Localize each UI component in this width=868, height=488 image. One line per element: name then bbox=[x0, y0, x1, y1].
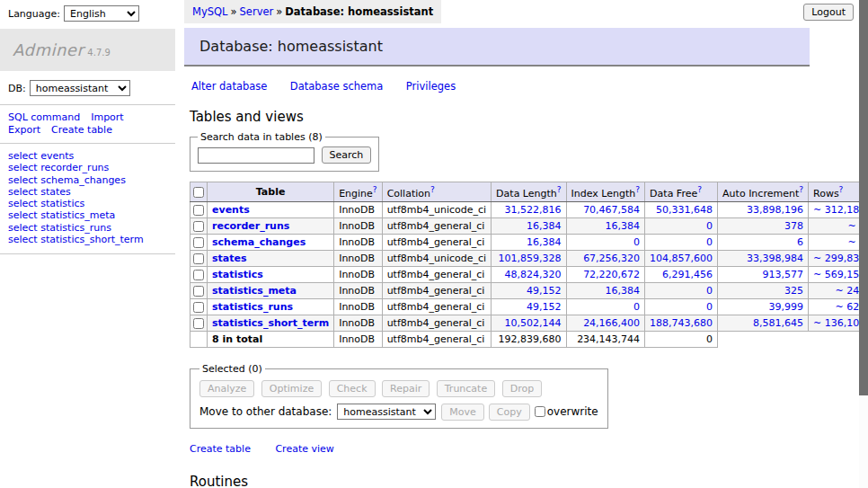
truncate-button[interactable]: Truncate bbox=[437, 380, 495, 397]
column-help-link[interactable]: ? bbox=[373, 185, 377, 194]
table-name-link[interactable]: statistics bbox=[212, 269, 263, 280]
auto-increment-cell[interactable]: 913,577 bbox=[718, 266, 809, 282]
index-length-cell[interactable]: 16,384 bbox=[566, 282, 645, 298]
row-checkbox[interactable] bbox=[193, 253, 204, 264]
column-help-link[interactable]: ? bbox=[430, 185, 435, 194]
column-header-collation: Collation? bbox=[382, 182, 491, 202]
collation-cell: utf8mb4_general_ci bbox=[382, 298, 491, 315]
row-checkbox[interactable] bbox=[193, 237, 204, 248]
table-name-link[interactable]: states bbox=[212, 253, 247, 264]
column-help-link[interactable]: ? bbox=[697, 185, 702, 194]
db-row: DB:homeassistant bbox=[0, 71, 175, 104]
export-link[interactable]: Export bbox=[8, 124, 40, 136]
data-free-cell[interactable]: 0 bbox=[645, 234, 718, 250]
optimize-button[interactable]: Optimize bbox=[261, 380, 322, 397]
data-length-cell[interactable]: 48,824,320 bbox=[492, 266, 566, 282]
table-name-link[interactable]: statistics_short_term bbox=[212, 317, 329, 329]
move-button[interactable]: Move bbox=[441, 404, 484, 421]
data-free-cell[interactable]: 6,291,456 bbox=[645, 266, 718, 282]
index-length-cell[interactable]: 0 bbox=[566, 298, 645, 315]
search-button[interactable]: Search bbox=[322, 146, 372, 164]
move-db-select[interactable]: homeassistant bbox=[337, 404, 436, 420]
data-length-cell[interactable]: 16,384 bbox=[492, 234, 566, 250]
data-free-cell[interactable]: 0 bbox=[645, 298, 718, 315]
analyze-button[interactable]: Analyze bbox=[199, 380, 254, 397]
table-name-cell: recorder_runs bbox=[208, 217, 334, 234]
sidebar-select-link[interactable]: select schema_changes bbox=[8, 174, 175, 186]
alter-database-link[interactable]: Alter database bbox=[191, 80, 267, 93]
auto-increment-cell[interactable]: 33,898,196 bbox=[718, 201, 809, 217]
repair-button[interactable]: Repair bbox=[382, 380, 430, 397]
data-free-cell[interactable]: 0 bbox=[645, 282, 718, 298]
column-help-link[interactable]: ? bbox=[839, 185, 844, 194]
auto-increment-cell[interactable]: 8,581,645 bbox=[718, 315, 809, 331]
sql-command-link[interactable]: SQL command bbox=[8, 111, 80, 123]
data-length-cell[interactable]: 101,859,328 bbox=[492, 250, 566, 266]
sidebar-select-link[interactable]: select statistics_runs bbox=[8, 222, 175, 234]
database-schema-link[interactable]: Database schema bbox=[290, 80, 383, 93]
breadcrumb-server-link[interactable]: Server bbox=[240, 5, 274, 18]
breadcrumb-mysql-link[interactable]: MySQL bbox=[192, 5, 228, 18]
column-help-link[interactable]: ? bbox=[635, 185, 640, 194]
auto-increment-cell[interactable]: 39,999 bbox=[718, 298, 809, 315]
column-help-link[interactable]: ? bbox=[799, 185, 803, 194]
index-length-cell[interactable]: 16,384 bbox=[566, 217, 645, 234]
data-length-cell[interactable]: 16,384 bbox=[492, 217, 566, 234]
drop-button[interactable]: Drop bbox=[502, 380, 542, 397]
index-length-cell[interactable]: 72,220,672 bbox=[566, 266, 645, 282]
search-input[interactable] bbox=[198, 147, 314, 164]
row-checkbox[interactable] bbox=[193, 302, 204, 313]
index-length-cell[interactable]: 70,467,584 bbox=[566, 201, 645, 217]
table-name-link[interactable]: statistics_runs bbox=[212, 301, 293, 313]
sidebar-select-link[interactable]: select statistics_short_term bbox=[8, 234, 175, 245]
auto-increment-cell[interactable]: 378 bbox=[718, 217, 809, 234]
create-view-link[interactable]: Create view bbox=[275, 443, 333, 455]
sidebar-select-link[interactable]: select events bbox=[8, 150, 175, 162]
scrollbar-thumb[interactable] bbox=[859, 0, 868, 395]
data-free-cell[interactable]: 50,331,648 bbox=[645, 201, 718, 217]
logout-button[interactable]: Logout bbox=[803, 4, 854, 21]
row-checkbox-cell bbox=[190, 217, 208, 234]
row-checkbox[interactable] bbox=[193, 270, 204, 280]
table-name-cell: statistics_meta bbox=[208, 282, 334, 298]
auto-increment-cell[interactable]: 33,398,984 bbox=[718, 250, 809, 266]
data-length-cell[interactable]: 31,522,816 bbox=[492, 201, 566, 217]
data-length-cell[interactable]: 49,152 bbox=[492, 282, 566, 298]
scrollbar-track[interactable] bbox=[859, 0, 868, 488]
sidebar-select-link[interactable]: select statistics_meta bbox=[8, 209, 175, 221]
create-table-side-link[interactable]: Create table bbox=[51, 124, 112, 136]
table-name-link[interactable]: events bbox=[212, 204, 250, 216]
copy-button[interactable]: Copy bbox=[489, 404, 530, 421]
sidebar-select-link[interactable]: select states bbox=[8, 186, 175, 198]
import-link[interactable]: Import bbox=[91, 111, 124, 123]
language-select[interactable]: English bbox=[64, 5, 139, 22]
data-length-cell[interactable]: 10,502,144 bbox=[492, 315, 566, 331]
data-free-cell[interactable]: 0 bbox=[645, 217, 718, 234]
table-name-link[interactable]: schema_changes bbox=[212, 236, 306, 248]
sidebar-select-link[interactable]: select recorder_runs bbox=[8, 162, 175, 173]
privileges-link[interactable]: Privileges bbox=[406, 80, 456, 93]
select-all-checkbox[interactable] bbox=[193, 187, 204, 198]
tables-header-row: TableEngine?Collation?Data Length?Index … bbox=[190, 182, 868, 202]
row-checkbox-cell bbox=[190, 250, 208, 266]
auto-increment-cell[interactable]: 6 bbox=[718, 234, 809, 250]
sidebar-select-link[interactable]: select statistics bbox=[8, 198, 175, 209]
data-length-cell[interactable]: 49,152 bbox=[492, 298, 566, 315]
row-checkbox[interactable] bbox=[193, 318, 204, 329]
data-free-cell[interactable]: 104,857,600 bbox=[645, 250, 718, 266]
column-help-link[interactable]: ? bbox=[557, 185, 562, 194]
data-free-cell[interactable]: 188,743,680 bbox=[645, 315, 718, 331]
row-checkbox[interactable] bbox=[193, 205, 204, 216]
index-length-cell[interactable]: 67,256,320 bbox=[566, 250, 645, 266]
index-length-cell[interactable]: 24,166,400 bbox=[566, 315, 645, 331]
row-checkbox[interactable] bbox=[193, 286, 204, 297]
db-select[interactable]: homeassistant bbox=[30, 80, 130, 96]
create-table-link[interactable]: Create table bbox=[190, 443, 251, 455]
table-name-link[interactable]: statistics_meta bbox=[212, 285, 297, 297]
table-name-link[interactable]: recorder_runs bbox=[212, 220, 289, 232]
auto-increment-cell[interactable]: 325 bbox=[718, 282, 809, 298]
check-button[interactable]: Check bbox=[329, 380, 376, 397]
overwrite-checkbox[interactable] bbox=[535, 406, 545, 417]
row-checkbox[interactable] bbox=[193, 221, 204, 232]
index-length-cell[interactable]: 0 bbox=[566, 234, 645, 250]
